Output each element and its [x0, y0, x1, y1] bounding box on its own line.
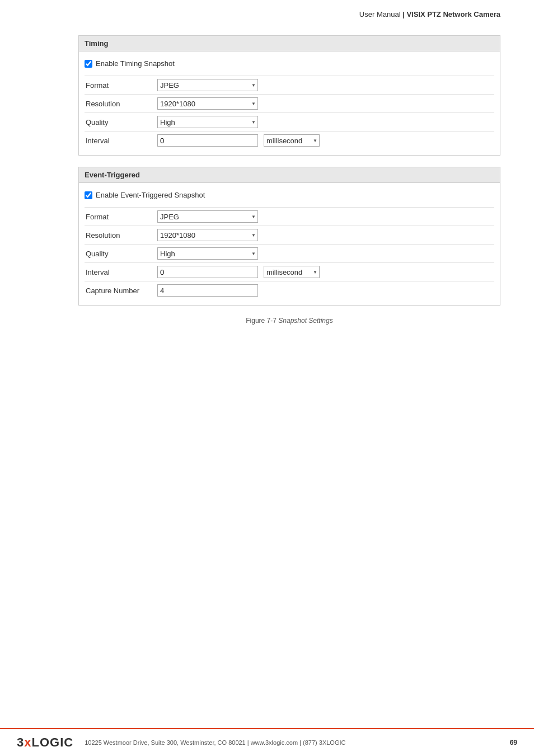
- footer-address: 10225 Westmoor Drive, Suite 300, Westmin…: [85, 739, 509, 746]
- timing-format-row: Format JPEG BMP: [85, 76, 494, 94]
- logo-logic: LOGIC: [32, 735, 74, 749]
- event-quality-select[interactable]: High Medium Low: [157, 247, 258, 260]
- event-capture-label: Capture Number: [85, 287, 157, 295]
- event-enable-row: Enable Event-Triggered Snapshot: [85, 189, 494, 201]
- event-interval-control: millisecond second minute: [157, 266, 494, 278]
- timing-quality-control: High Medium Low: [157, 116, 494, 128]
- event-resolution-select[interactable]: 1920*1080 1280*720 640*480: [157, 229, 258, 241]
- figure-title-text: Snapshot Settings: [278, 317, 332, 325]
- timing-resolution-row: Resolution 1920*1080 1280*720 640*480: [85, 94, 494, 112]
- timing-format-control: JPEG BMP: [157, 79, 494, 91]
- event-quality-label: Quality: [85, 250, 157, 258]
- main-content: Timing Enable Timing Snapshot Format JPE…: [0, 24, 534, 358]
- timing-enable-label: Enable Timing Snapshot: [96, 59, 175, 68]
- timing-enable-checkbox[interactable]: [85, 60, 92, 68]
- event-format-label: Format: [85, 213, 157, 221]
- event-format-select-wrapper: JPEG BMP: [157, 210, 258, 223]
- header-text: User Manual: [359, 10, 402, 18]
- event-capture-row: Capture Number: [85, 281, 494, 299]
- event-unit-select-wrapper: millisecond second minute: [264, 266, 320, 278]
- event-section: Event-Triggered Enable Event-Triggered S…: [78, 167, 500, 306]
- timing-resolution-select[interactable]: 1920*1080 1280*720 640*480: [157, 97, 258, 110]
- event-resolution-label: Resolution: [85, 231, 157, 240]
- event-quality-select-wrapper: High Medium Low: [157, 247, 258, 260]
- event-interval-row: Interval millisecond second minute: [85, 262, 494, 281]
- event-interval-inputs: millisecond second minute: [157, 266, 320, 278]
- event-format-control: JPEG BMP: [157, 210, 494, 223]
- page-header: User Manual | VISIX PTZ Network Camera: [0, 0, 534, 24]
- event-resolution-control: 1920*1080 1280*720 640*480: [157, 229, 494, 241]
- event-section-header: Event-Triggered: [79, 167, 500, 183]
- event-capture-control: [157, 284, 494, 297]
- timing-format-select-wrapper: JPEG BMP: [157, 79, 258, 91]
- event-capture-input[interactable]: [157, 284, 258, 297]
- timing-quality-row: Quality High Medium Low: [85, 112, 494, 131]
- timing-resolution-label: Resolution: [85, 100, 157, 108]
- timing-resolution-control: 1920*1080 1280*720 640*480: [157, 97, 494, 110]
- event-format-row: Format JPEG BMP: [85, 207, 494, 226]
- header-bold: | VISIX PTZ Network Camera: [402, 10, 500, 18]
- event-section-body: Enable Event-Triggered Snapshot Format J…: [79, 183, 500, 305]
- logo-3x: 3: [17, 735, 24, 749]
- timing-section-body: Enable Timing Snapshot Format JPEG BMP R…: [79, 51, 500, 155]
- timing-unit-select-wrapper: millisecond second minute: [264, 134, 320, 147]
- timing-interval-control: millisecond second minute: [157, 134, 494, 147]
- timing-interval-row: Interval millisecond second minute: [85, 131, 494, 149]
- page-footer: 3xLOGIC 10225 Westmoor Drive, Suite 300,…: [0, 728, 534, 756]
- timing-resolution-select-wrapper: 1920*1080 1280*720 640*480: [157, 97, 258, 110]
- timing-enable-row: Enable Timing Snapshot: [85, 57, 494, 70]
- event-interval-input[interactable]: [157, 266, 258, 278]
- timing-section: Timing Enable Timing Snapshot Format JPE…: [78, 35, 500, 156]
- footer-page-number: 69: [510, 739, 517, 746]
- event-quality-row: Quality High Medium Low: [85, 244, 494, 262]
- event-resolution-row: Resolution 1920*1080 1280*720 640*480: [85, 226, 494, 244]
- timing-quality-label: Quality: [85, 118, 157, 126]
- timing-interval-label: Interval: [85, 137, 157, 145]
- timing-interval-input[interactable]: [157, 134, 258, 147]
- event-unit-select[interactable]: millisecond second minute: [264, 266, 320, 278]
- event-resolution-select-wrapper: 1920*1080 1280*720 640*480: [157, 229, 258, 241]
- timing-section-header: Timing: [79, 36, 500, 51]
- timing-unit-select[interactable]: millisecond second minute: [264, 134, 320, 147]
- timing-quality-select-wrapper: High Medium Low: [157, 116, 258, 128]
- footer-logo: 3xLOGIC: [17, 735, 73, 750]
- event-enable-checkbox[interactable]: [85, 191, 92, 199]
- event-quality-control: High Medium Low: [157, 247, 494, 260]
- event-format-select[interactable]: JPEG BMP: [157, 210, 258, 223]
- figure-caption: Figure 7-7 Snapshot Settings: [78, 317, 500, 325]
- logo-x: x: [24, 735, 31, 749]
- timing-format-label: Format: [85, 81, 157, 90]
- event-interval-label: Interval: [85, 268, 157, 276]
- event-enable-label: Enable Event-Triggered Snapshot: [96, 191, 205, 199]
- timing-format-select[interactable]: JPEG BMP: [157, 79, 258, 91]
- timing-interval-inputs: millisecond second minute: [157, 134, 320, 147]
- timing-quality-select[interactable]: High Medium Low: [157, 116, 258, 128]
- figure-number: Figure 7-7: [246, 317, 277, 325]
